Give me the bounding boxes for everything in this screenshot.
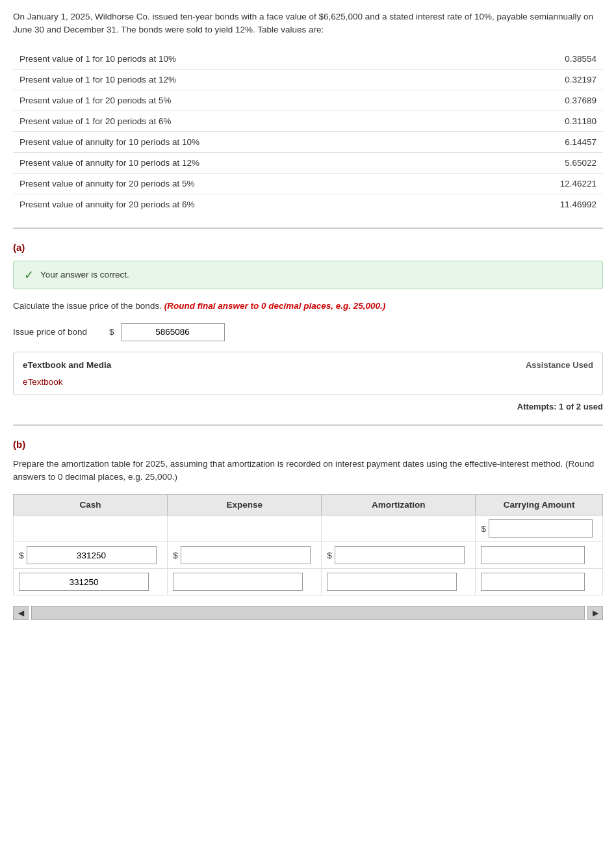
amort-col-expense: Expense <box>168 495 322 515</box>
amort-row0-carrying: $ <box>476 515 603 542</box>
section-divider <box>13 228 603 229</box>
pv-row-label-7: Present value of annuity for 20 periods … <box>13 194 525 215</box>
scroll-left-button[interactable]: ◀ <box>13 606 29 620</box>
pv-row-value-4: 6.14457 <box>525 131 603 152</box>
amort-row2-cash <box>14 569 168 595</box>
amort-row1-expense: $ <box>168 542 322 569</box>
pv-row-3: Present value of 1 for 20 periods at 6%0… <box>13 111 603 131</box>
amort-col-amortization: Amortization <box>322 495 476 515</box>
assistance-used-label: Assistance Used <box>526 360 593 370</box>
section-b-divider <box>13 424 603 426</box>
expense-input-2[interactable] <box>173 573 303 591</box>
section-b-instruction: Prepare the amortization table for 2025,… <box>13 458 603 484</box>
amort-row0-amort <box>322 515 476 542</box>
issue-price-label: Issue price of bond <box>13 327 104 337</box>
pv-row-0: Present value of 1 for 10 periods at 10%… <box>13 49 603 70</box>
pv-row-5: Present value of annuity for 10 periods … <box>13 152 603 173</box>
carrying-dollar-0: $ <box>481 524 486 534</box>
expense-input-1[interactable] <box>181 546 311 564</box>
section-a-instruction: Calculate the issue price of the bonds. … <box>13 300 603 313</box>
amort-row1-amort: $ <box>322 542 476 569</box>
pv-row-label-4: Present value of annuity for 10 periods … <box>13 131 525 152</box>
amort-input-1[interactable] <box>335 546 465 564</box>
pv-row-value-1: 0.32197 <box>525 69 603 90</box>
etextbook-header: eTextbook and Media Assistance Used <box>23 360 593 370</box>
pv-row-value-0: 0.38554 <box>525 49 603 70</box>
pv-row-label-0: Present value of 1 for 10 periods at 10% <box>13 49 525 70</box>
amort-row0-expense <box>168 515 322 542</box>
pv-row-2: Present value of 1 for 20 periods at 5%0… <box>13 90 603 111</box>
pv-row-value-3: 0.31180 <box>525 111 603 131</box>
pv-row-value-5: 5.65022 <box>525 152 603 173</box>
expense-dollar-1: $ <box>173 551 178 560</box>
amort-row1-carrying <box>476 542 603 569</box>
amort-input-2[interactable] <box>327 573 457 591</box>
amort-row2-carrying <box>476 569 603 595</box>
pv-row-value-2: 0.37689 <box>525 90 603 111</box>
scroll-right-button[interactable]: ▶ <box>587 606 603 620</box>
pv-row-label-3: Present value of 1 for 20 periods at 6% <box>13 111 525 131</box>
section-b-label: (b) <box>13 439 603 450</box>
checkmark-icon: ✓ <box>24 268 34 282</box>
issue-price-dollar: $ <box>109 327 114 337</box>
cash-input-2[interactable] <box>19 573 149 591</box>
attempts-row: Attempts: 1 of 2 used <box>13 402 603 411</box>
issue-price-input[interactable] <box>121 323 225 341</box>
amort-row-1: $ $ $ <box>14 542 603 569</box>
amort-row2-amort <box>322 569 476 595</box>
correct-banner: ✓ Your answer is correct. <box>13 261 603 289</box>
amort-col-cash: Cash <box>14 495 168 515</box>
cash-input-1[interactable] <box>27 546 157 564</box>
section-a-label: (a) <box>13 242 603 253</box>
pv-row-1: Present value of 1 for 10 periods at 12%… <box>13 69 603 90</box>
etextbook-title: eTextbook and Media <box>23 360 111 370</box>
pv-row-label-5: Present value of annuity for 10 periods … <box>13 152 525 173</box>
pv-row-value-6: 12.46221 <box>525 173 603 194</box>
etextbook-link[interactable]: eTextbook <box>23 377 63 387</box>
pv-row-label-6: Present value of annuity for 20 periods … <box>13 173 525 194</box>
issue-price-row: Issue price of bond $ <box>13 323 603 341</box>
cash-dollar-1: $ <box>19 551 24 560</box>
pv-row-label-2: Present value of 1 for 20 periods at 5% <box>13 90 525 111</box>
carrying-input-0[interactable] <box>489 519 593 538</box>
pv-row-6: Present value of annuity for 20 periods … <box>13 173 603 194</box>
scroll-track[interactable] <box>31 606 585 620</box>
pv-row-value-7: 11.46992 <box>525 194 603 215</box>
pv-row-4: Present value of annuity for 10 periods … <box>13 131 603 152</box>
amort-row-0: $ <box>14 515 603 542</box>
amort-col-carrying: Carrying Amount <box>476 495 603 515</box>
etextbook-section: eTextbook and Media Assistance Used eTex… <box>13 352 603 395</box>
correct-text: Your answer is correct. <box>40 270 129 280</box>
carrying-input-1[interactable] <box>481 546 585 564</box>
amort-row-2 <box>14 569 603 595</box>
amort-row0-cash <box>14 515 168 542</box>
intro-paragraph: On January 1, 2025, Wildhorse Co. issued… <box>13 10 603 37</box>
amort-dollar-1: $ <box>327 551 332 560</box>
pv-row-7: Present value of annuity for 20 periods … <box>13 194 603 215</box>
amort-table: Cash Expense Amortization Carrying Amoun… <box>13 494 603 595</box>
horizontal-scrollbar[interactable]: ◀ ▶ <box>13 606 603 620</box>
pv-table: Present value of 1 for 10 periods at 10%… <box>13 49 603 215</box>
amort-row2-expense <box>168 569 322 595</box>
amort-row1-cash: $ <box>14 542 168 569</box>
pv-row-label-1: Present value of 1 for 10 periods at 12% <box>13 69 525 90</box>
carrying-input-2[interactable] <box>481 573 585 591</box>
